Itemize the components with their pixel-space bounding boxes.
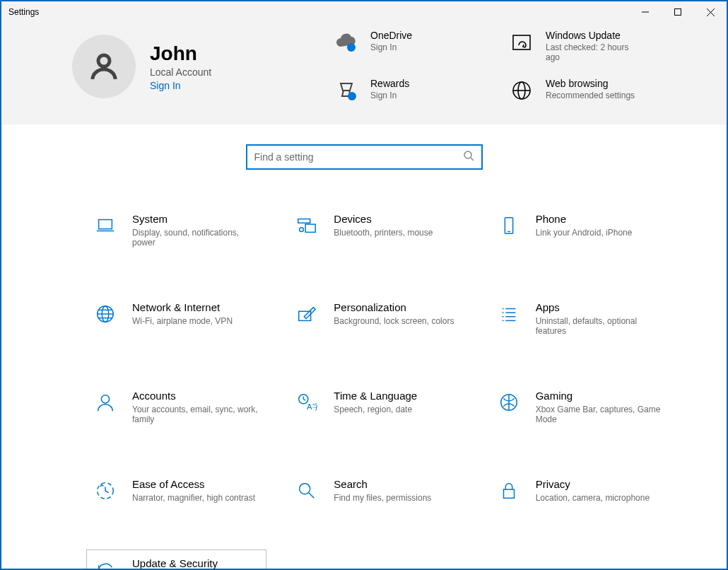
category-accounts[interactable]: Accounts Your accounts, email, sync, wor…: [86, 382, 266, 435]
update-icon: [509, 30, 534, 55]
signin-link[interactable]: Sign In: [150, 80, 211, 91]
sync-icon: [93, 557, 118, 570]
header-item-onedrive[interactable]: OneDrive Sign In: [334, 30, 495, 62]
close-button[interactable]: [694, 1, 727, 23]
category-title: Search: [334, 478, 431, 490]
category-title: Phone: [536, 213, 633, 225]
search-icon: [463, 150, 474, 164]
gaming-icon: [496, 390, 522, 415]
category-title: Time & Language: [334, 390, 417, 402]
category-search[interactable]: Search Find my files, permissions: [288, 470, 468, 514]
svg-line-12: [471, 158, 474, 161]
cloud-icon: [334, 30, 359, 55]
category-sub: Background, lock screen, colors: [334, 316, 454, 326]
category-sub: Uninstall, defaults, optional features: [536, 316, 662, 336]
category-title: Personalization: [334, 301, 454, 313]
category-personalization[interactable]: Personalization Background, lock screen,…: [288, 293, 468, 347]
devices-icon: [294, 213, 319, 238]
svg-text:A字: A字: [307, 402, 317, 411]
category-gaming[interactable]: Gaming Xbox Game Bar, captures, Game Mod…: [490, 382, 670, 435]
svg-point-4: [98, 55, 110, 66]
category-sub: Find my files, permissions: [334, 493, 431, 503]
header-item-sub: Sign In: [370, 91, 409, 100]
header-item-web-browsing[interactable]: Web browsing Recommended settings: [509, 78, 670, 103]
category-update-security[interactable]: Update & Security Windows Update, recove…: [86, 549, 266, 570]
category-title: Ease of Access: [132, 478, 255, 490]
search-input[interactable]: [254, 151, 463, 163]
category-sub: Wi-Fi, airplane mode, VPN: [132, 316, 233, 326]
user-info: John Local Account Sign In: [150, 42, 211, 91]
category-sub: Link your Android, iPhone: [536, 228, 633, 238]
maximize-button[interactable]: [662, 1, 694, 23]
svg-rect-15: [298, 219, 310, 223]
svg-rect-16: [305, 224, 315, 232]
person-icon: [93, 390, 118, 415]
category-sub: Bluetooth, printers, mouse: [334, 228, 433, 238]
window-buttons: [629, 1, 727, 23]
user-block[interactable]: John Local Account Sign In: [72, 35, 327, 98]
search-box[interactable]: [246, 144, 483, 170]
category-title: Gaming: [536, 390, 662, 402]
header-item-sub: Recommended settings: [546, 91, 635, 100]
header: John Local Account Sign In OneDrive Sign…: [1, 23, 727, 124]
category-apps[interactable]: Apps Uninstall, defaults, optional featu…: [490, 293, 670, 347]
window-title: Settings: [8, 7, 39, 17]
header-item-title: OneDrive: [370, 30, 412, 41]
category-privacy[interactable]: Privacy Location, camera, microphone: [490, 470, 670, 514]
category-sub: Speech, region, date: [334, 405, 417, 414]
minimize-button[interactable]: [629, 1, 662, 23]
svg-rect-13: [99, 220, 112, 229]
svg-point-42: [300, 484, 310, 494]
category-title: Update & Security: [132, 557, 259, 569]
category-system[interactable]: System Display, sound, notifications, po…: [86, 205, 266, 258]
category-time-language[interactable]: A字 Time & Language Speech, region, date: [288, 382, 468, 435]
header-grid: OneDrive Sign In Windows Update Last che…: [334, 30, 670, 103]
search-icon: [294, 478, 319, 504]
user-name: John: [150, 42, 211, 65]
header-item-sub: Sign In: [370, 42, 412, 52]
category-title: Devices: [334, 213, 433, 225]
category-phone[interactable]: Phone Link your Android, iPhone: [490, 205, 670, 258]
ease-icon: [93, 478, 118, 504]
svg-line-37: [304, 399, 306, 400]
category-title: Accounts: [132, 390, 259, 402]
titlebar: Settings: [1, 1, 727, 23]
phone-icon: [496, 213, 522, 238]
category-sub: Display, sound, notifications, power: [132, 228, 259, 248]
paint-icon: [294, 301, 319, 327]
search-wrap: [1, 124, 727, 177]
categories-grid: System Display, sound, notifications, po…: [1, 177, 727, 570]
category-sub: Location, camera, microphone: [536, 493, 650, 503]
svg-point-34: [101, 395, 109, 403]
svg-rect-6: [513, 35, 530, 50]
header-item-sub: Last checked: 2 hours ago: [546, 42, 645, 62]
header-item-rewards[interactable]: Rewards Sign In: [334, 78, 495, 103]
apps-icon: [496, 301, 522, 327]
globe-icon: [509, 78, 534, 103]
header-item-windows-update[interactable]: Windows Update Last checked: 2 hours ago: [509, 30, 670, 62]
category-title: System: [132, 213, 259, 225]
category-ease-of-access[interactable]: Ease of Access Narrator, magnifier, high…: [86, 470, 266, 514]
rewards-icon: [334, 78, 359, 103]
avatar: [72, 35, 136, 98]
svg-point-7: [348, 92, 356, 100]
globe-icon: [93, 301, 118, 327]
category-sub: Xbox Game Bar, captures, Game Mode: [536, 405, 662, 424]
category-sub: Narrator, magnifier, high contrast: [132, 493, 255, 503]
svg-point-11: [464, 151, 471, 158]
header-item-title: Web browsing: [546, 78, 635, 89]
category-devices[interactable]: Devices Bluetooth, printers, mouse: [288, 205, 468, 258]
svg-rect-1: [675, 9, 681, 16]
svg-point-17: [300, 228, 304, 232]
lock-icon: [496, 478, 522, 504]
laptop-icon: [93, 213, 118, 238]
svg-point-5: [347, 43, 356, 52]
svg-line-43: [309, 493, 315, 499]
person-icon: [87, 50, 121, 83]
language-icon: A字: [294, 390, 319, 415]
category-title: Network & Internet: [132, 301, 233, 313]
account-type: Local Account: [150, 66, 211, 78]
category-network[interactable]: Network & Internet Wi-Fi, airplane mode,…: [86, 293, 266, 347]
header-item-title: Rewards: [370, 78, 409, 89]
header-item-title: Windows Update: [546, 30, 645, 41]
